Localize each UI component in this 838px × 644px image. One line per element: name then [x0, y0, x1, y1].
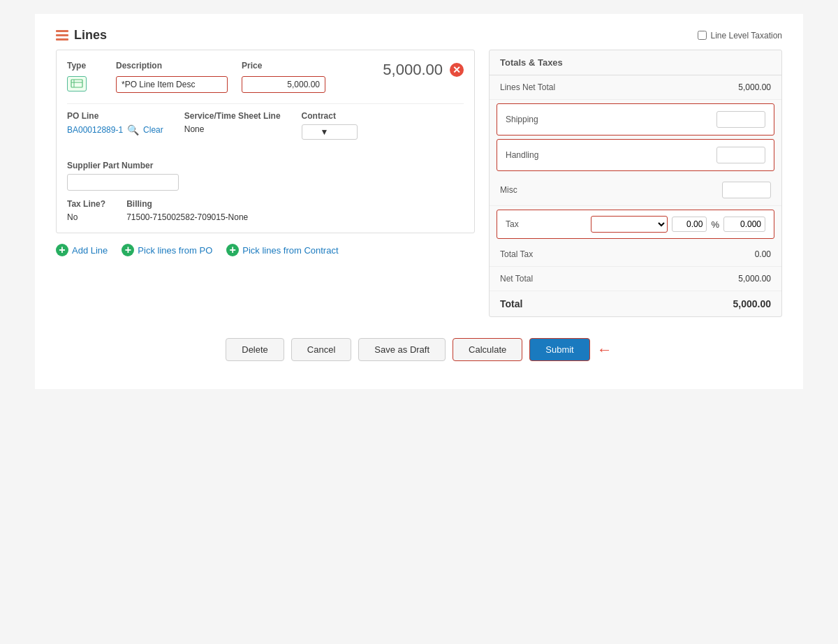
main-content: Type Description: [56, 50, 782, 317]
line-total: 5,000.00 ✕: [383, 61, 464, 79]
shipping-row-inner: Shipping: [497, 104, 774, 135]
lines-icon: [56, 30, 68, 41]
field-type: Type: [67, 61, 102, 92]
net-total-value: 5,000.00: [738, 274, 771, 284]
add-line-button[interactable]: + Add Line: [56, 244, 108, 256]
cancel-button[interactable]: Cancel: [291, 338, 351, 361]
remove-line-button[interactable]: ✕: [450, 63, 464, 77]
contract-select[interactable]: ▼: [302, 124, 358, 140]
tax-select[interactable]: [591, 216, 668, 233]
pick-lines-from-po-button[interactable]: + Pick lines from PO: [122, 244, 212, 256]
net-total-label: Net Total: [500, 274, 533, 284]
line-level-taxation: Line Level Taxation: [698, 31, 782, 41]
service-time-label: Service/Time Sheet Line: [184, 111, 281, 121]
total-value: 5,000.00: [733, 298, 772, 309]
supplier-part-group: Supplier Part Number: [67, 161, 179, 191]
lines-title: Lines: [56, 28, 107, 43]
handling-input[interactable]: [716, 147, 765, 163]
misc-input[interactable]: [722, 182, 771, 198]
pick-lines-contract-label: Pick lines from Contract: [242, 245, 338, 256]
line-card-top: Type Description: [67, 61, 464, 93]
billing-label: Billing: [126, 199, 248, 209]
line-level-taxation-label: Line Level Taxation: [710, 31, 782, 41]
po-line-clear-button[interactable]: Clear: [143, 125, 163, 135]
totals-header: Totals & Taxes: [490, 50, 781, 75]
totals-section: Totals & Taxes Lines Net Total 5,000.00 …: [489, 50, 782, 317]
bottom-actions: Delete Cancel Save as Draft Calculate Su…: [56, 338, 782, 361]
description-input[interactable]: [116, 76, 228, 93]
description-label: Description: [116, 61, 228, 71]
submit-button[interactable]: Submit: [529, 338, 589, 361]
pick-lines-from-contract-button[interactable]: + Pick lines from Contract: [226, 244, 338, 256]
svg-rect-0: [71, 80, 82, 87]
supplier-part-label: Supplier Part Number: [67, 161, 179, 170]
calculate-button[interactable]: Calculate: [453, 338, 522, 361]
tax-line-group: Tax Line? No: [67, 199, 105, 222]
lines-section-title: Lines: [74, 28, 107, 43]
handling-row-inner: Handling: [497, 140, 774, 170]
po-line-search-icon[interactable]: 🔍: [127, 124, 139, 136]
service-time-group: Service/Time Sheet Line None: [184, 111, 281, 140]
line-card-fields-2: Tax Line? No Billing 71500-715002582-709…: [67, 199, 464, 222]
delete-button[interactable]: Delete: [226, 338, 284, 361]
contract-group: Contract ▼: [302, 111, 358, 140]
contract-label: Contract: [302, 111, 358, 121]
po-line-label: PO Line: [67, 111, 163, 121]
save-as-draft-button[interactable]: Save as Draft: [358, 338, 446, 361]
misc-row: Misc: [490, 175, 781, 206]
shipping-input[interactable]: [716, 111, 765, 128]
type-label: Type: [67, 61, 102, 71]
misc-label: Misc: [500, 185, 517, 195]
billing-value: 71500-715002582-709015-None: [126, 212, 248, 222]
tax-percent-input[interactable]: [672, 217, 707, 232]
price-input[interactable]: [242, 76, 325, 93]
field-price: Price: [242, 61, 325, 93]
field-description: Description: [116, 61, 228, 93]
service-time-value: None: [184, 124, 281, 134]
total-tax-value: 0.00: [755, 249, 771, 259]
po-line-value: BA00012889-1 🔍 Clear: [67, 124, 163, 136]
net-total-row: Net Total 5,000.00: [490, 267, 781, 291]
tax-label: Tax: [506, 219, 519, 229]
supplier-part-input[interactable]: [67, 174, 179, 191]
type-icon[interactable]: [67, 76, 87, 92]
right-column: Totals & Taxes Lines Net Total 5,000.00 …: [489, 50, 782, 317]
total-row: Total 5,000.00: [490, 291, 781, 316]
billing-group: Billing 71500-715002582-709015-None: [126, 199, 248, 222]
add-line-icon: +: [56, 244, 68, 256]
tax-row-inner: Tax %: [497, 210, 774, 238]
total-tax-row: Total Tax 0.00: [490, 242, 781, 267]
lines-net-total-label: Lines Net Total: [500, 82, 555, 92]
shipping-row: Shipping: [497, 103, 774, 136]
lines-net-total-row: Lines Net Total 5,000.00: [490, 75, 781, 100]
handling-label: Handling: [506, 150, 538, 160]
tax-amount-input[interactable]: [723, 217, 765, 232]
po-line-link[interactable]: BA00012889-1: [67, 125, 123, 135]
price-label: Price: [242, 61, 325, 71]
add-line-label: Add Line: [72, 245, 108, 256]
total-label: Total: [500, 298, 522, 309]
left-column: Type Description: [56, 50, 475, 270]
tax-line-label: Tax Line?: [67, 199, 105, 209]
line-total-value: 5,000.00: [383, 61, 443, 79]
arrow-indicator: ←: [597, 338, 612, 361]
lines-net-total-value: 5,000.00: [738, 82, 771, 92]
line-card: Type Description: [56, 50, 475, 233]
line-card-fields: PO Line BA00012889-1 🔍 Clear Service/Tim…: [67, 111, 464, 191]
chevron-down-icon: ▼: [321, 127, 329, 137]
handling-row: Handling: [497, 139, 774, 171]
shipping-label: Shipping: [506, 115, 538, 124]
tax-row: Tax %: [497, 210, 774, 239]
po-line-group: PO Line BA00012889-1 🔍 Clear: [67, 111, 163, 140]
line-level-taxation-checkbox[interactable]: [698, 31, 707, 40]
pick-lines-po-icon: +: [122, 244, 134, 256]
lines-header: Lines Line Level Taxation: [56, 28, 782, 43]
tax-line-value: No: [67, 212, 105, 222]
tax-controls: %: [591, 216, 765, 233]
tax-percent-symbol: %: [711, 219, 719, 230]
pick-lines-contract-icon: +: [226, 244, 239, 256]
actions-row: + Add Line + Pick lines from PO + Pick l…: [56, 244, 475, 256]
total-tax-label: Total Tax: [500, 249, 533, 259]
pick-lines-po-label: Pick lines from PO: [138, 245, 212, 256]
